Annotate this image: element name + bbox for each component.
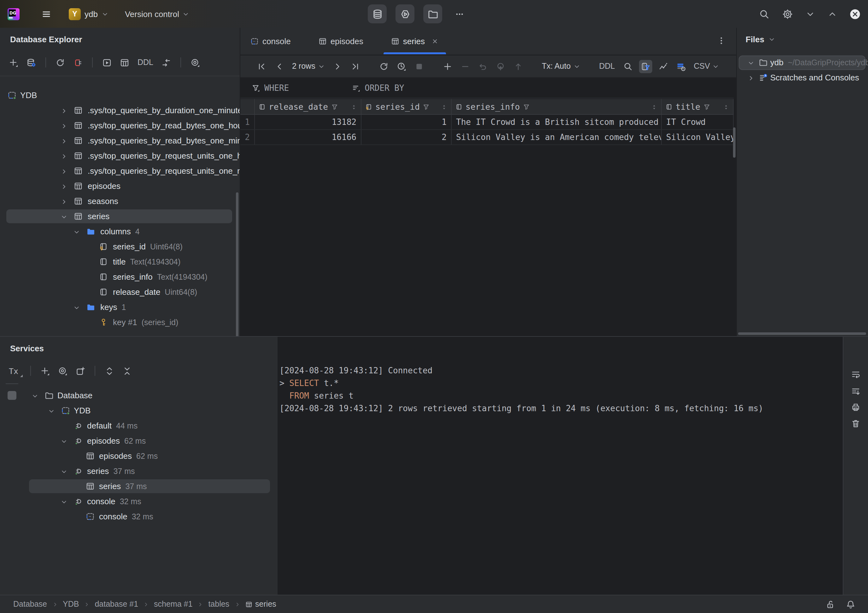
chevron-down-icon[interactable] [31, 392, 39, 399]
tree-item-ydb[interactable]: YDB [0, 403, 277, 418]
row-number[interactable]: 2 [240, 130, 255, 144]
chevron-right-icon[interactable] [60, 122, 68, 129]
tree-item-episodes[interactable]: episodes [0, 178, 240, 193]
tree-item-episodes[interactable]: episodes62 ms [0, 433, 277, 448]
breadcrumb-item-series[interactable]: series [245, 600, 276, 608]
tree-item--sys-top-queries-by-read-bytes-one-hour[interactable]: .sys/top_queries_by_read_bytes_one_hour [0, 118, 240, 133]
chevron-right-icon[interactable] [60, 137, 68, 144]
cell-release-date[interactable]: 13182 [255, 115, 361, 129]
tab-console[interactable]: console [250, 28, 291, 54]
tree-item-default[interactable]: default44 ms [0, 418, 277, 433]
tree-item--sys-top-queries-by-request-units-one-minute[interactable]: .sys/top_queries_by_request_units_one_mi… [0, 163, 240, 178]
tree-item-series[interactable]: series [0, 209, 240, 224]
run-tool-button[interactable] [395, 5, 414, 23]
view-options-icon[interactable] [191, 58, 200, 67]
tree-item-key-1[interactable]: key #1(series_id) [0, 315, 240, 330]
chevron-down-icon[interactable] [60, 467, 68, 475]
cell-series-info[interactable]: Silicon Valley is an American comedy tel… [452, 130, 662, 144]
filter-funnel-icon[interactable] [703, 103, 710, 110]
breadcrumb-item-database-1[interactable]: database #1 [95, 600, 138, 608]
tree-item-columns[interactable]: columns4 [0, 224, 240, 239]
tree-item-scratches-and-consoles[interactable]: Scratches and Consoles [737, 70, 868, 85]
column-header-series_id[interactable]: series_id [361, 99, 452, 114]
column-header-title[interactable]: title [662, 99, 734, 114]
tree-item-series-id[interactable]: series_idUint64(8) [0, 239, 240, 254]
vcs-widget[interactable]: Version control [125, 9, 189, 19]
previous-page-icon[interactable] [274, 62, 284, 71]
open-table-icon[interactable] [120, 58, 129, 67]
soft-wrap-icon[interactable] [851, 370, 860, 379]
find-icon[interactable] [623, 62, 632, 71]
tree-item-series[interactable]: series37 ms [0, 464, 277, 479]
cell-release-date[interactable]: 16166 [255, 130, 361, 144]
chevron-down-icon[interactable] [60, 437, 68, 444]
explorer-scrollbar[interactable] [236, 192, 239, 336]
tree-item-series[interactable]: series37 ms [0, 479, 277, 494]
services-console-output[interactable]: [2024-08-28 19:43:12] Connected> SELECT … [277, 337, 843, 595]
next-page-icon[interactable] [333, 62, 343, 71]
sort-toggle-icon[interactable] [351, 103, 357, 110]
sort-toggle-icon[interactable] [651, 103, 657, 110]
chevron-right-icon[interactable] [60, 183, 68, 189]
tree-item-console[interactable]: console32 ms [0, 509, 277, 524]
add-datasource-icon[interactable] [9, 58, 18, 67]
collapse-all-icon[interactable] [122, 366, 132, 376]
cell-series-id[interactable]: 2 [361, 130, 452, 144]
project-files-button[interactable] [423, 5, 442, 23]
sort-toggle-icon[interactable] [723, 103, 729, 110]
breadcrumb-item-YDB[interactable]: YDB [63, 600, 79, 608]
ddl-button[interactable]: DDL [138, 58, 153, 67]
orderby-filter[interactable]: ORDER BY [352, 83, 404, 93]
database-tool-button[interactable] [368, 5, 387, 23]
tree-item-series-info[interactable]: series_infoText(4194304) [0, 269, 240, 285]
chevron-right-icon[interactable] [747, 74, 755, 81]
notifications-bell-icon[interactable] [846, 599, 856, 609]
view-options-icon[interactable] [58, 366, 68, 376]
grid-scrollbar[interactable] [733, 127, 736, 158]
tree-item-title[interactable]: titleText(4194304) [0, 254, 240, 269]
gear-icon[interactable] [782, 9, 793, 19]
last-page-icon[interactable] [351, 62, 360, 71]
tree-item-episodes[interactable]: episodes62 ms [0, 448, 277, 464]
cell-title[interactable]: Silicon Valley [662, 130, 734, 144]
scroll-to-end-icon[interactable] [851, 387, 860, 396]
column-filter-button[interactable] [639, 60, 652, 73]
clear-output-icon[interactable] [851, 419, 860, 428]
chevron-right-icon[interactable] [60, 152, 68, 159]
datasource-settings-icon[interactable] [26, 58, 36, 67]
filter-funnel-icon[interactable] [423, 103, 430, 110]
chevron-right-icon[interactable] [60, 107, 68, 114]
ddl-button[interactable]: DDL [599, 62, 615, 71]
tree-item-seasons[interactable]: seasons [0, 193, 240, 209]
row-number[interactable]: 1 [240, 115, 255, 129]
expand-all-icon[interactable] [105, 366, 114, 376]
tx-toggle[interactable]: Tx [9, 366, 21, 376]
disconnect-icon[interactable] [73, 58, 83, 67]
chevron-right-icon[interactable] [60, 167, 68, 174]
cell-title[interactable]: IT Crowd [662, 115, 734, 129]
chevron-up-icon[interactable] [828, 9, 837, 19]
chevron-down-icon[interactable] [806, 9, 815, 19]
tree-item--sys-top-queries-by-read-bytes-one-minute[interactable]: .sys/top_queries_by_read_bytes_one_minut… [0, 133, 240, 148]
tab-options-icon[interactable] [717, 36, 726, 45]
search-icon[interactable] [759, 9, 770, 19]
page-size-select[interactable]: 2 rows [292, 62, 325, 71]
files-scrollbar[interactable] [738, 332, 866, 335]
filter-funnel-icon[interactable] [331, 103, 338, 110]
column-header-release_date[interactable]: release_date [255, 99, 361, 114]
breadcrumb-item-tables[interactable]: tables [208, 600, 229, 608]
tree-item-ydb[interactable]: ydb~/DataGripProjects/ydb [737, 55, 868, 70]
add-service-icon[interactable] [40, 366, 50, 376]
data-extractor-icon[interactable] [676, 62, 685, 71]
chevron-right-icon[interactable] [60, 198, 68, 205]
cell-series-info[interactable]: The IT Crowd is a British sitcom produce… [452, 115, 662, 129]
refresh-icon[interactable] [56, 58, 65, 67]
files-header[interactable]: Files [746, 35, 775, 44]
tree-item-console[interactable]: console32 ms [0, 494, 277, 509]
where-filter[interactable]: WHERE [252, 83, 289, 93]
chevron-down-icon[interactable] [48, 407, 55, 414]
jump-arrows-icon[interactable] [161, 58, 171, 67]
chevron-down-icon[interactable] [60, 498, 68, 505]
add-row-icon[interactable] [443, 62, 452, 71]
chevron-down-icon[interactable] [73, 228, 80, 235]
